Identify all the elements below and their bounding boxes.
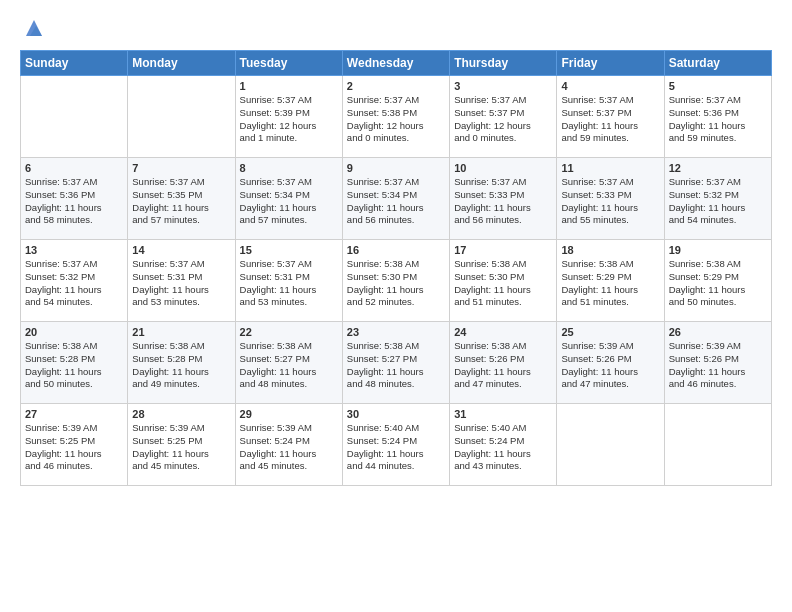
calendar-cell: 4Sunrise: 5:37 AM Sunset: 5:37 PM Daylig… [557, 76, 664, 158]
weekday-header-row: SundayMondayTuesdayWednesdayThursdayFrid… [21, 51, 772, 76]
calendar-cell: 23Sunrise: 5:38 AM Sunset: 5:27 PM Dayli… [342, 322, 449, 404]
week-row-5: 27Sunrise: 5:39 AM Sunset: 5:25 PM Dayli… [21, 404, 772, 486]
day-info: Sunrise: 5:37 AM Sunset: 5:32 PM Dayligh… [25, 258, 123, 309]
day-number: 20 [25, 326, 123, 338]
calendar-cell: 31Sunrise: 5:40 AM Sunset: 5:24 PM Dayli… [450, 404, 557, 486]
day-number: 25 [561, 326, 659, 338]
day-number: 30 [347, 408, 445, 420]
week-row-3: 13Sunrise: 5:37 AM Sunset: 5:32 PM Dayli… [21, 240, 772, 322]
calendar-cell: 28Sunrise: 5:39 AM Sunset: 5:25 PM Dayli… [128, 404, 235, 486]
day-info: Sunrise: 5:37 AM Sunset: 5:38 PM Dayligh… [347, 94, 445, 145]
day-number: 28 [132, 408, 230, 420]
weekday-header-saturday: Saturday [664, 51, 771, 76]
calendar-cell: 2Sunrise: 5:37 AM Sunset: 5:38 PM Daylig… [342, 76, 449, 158]
calendar-cell: 12Sunrise: 5:37 AM Sunset: 5:32 PM Dayli… [664, 158, 771, 240]
calendar-cell: 22Sunrise: 5:38 AM Sunset: 5:27 PM Dayli… [235, 322, 342, 404]
header [20, 16, 772, 40]
logo-icon [22, 16, 46, 40]
day-info: Sunrise: 5:38 AM Sunset: 5:29 PM Dayligh… [561, 258, 659, 309]
calendar-cell: 18Sunrise: 5:38 AM Sunset: 5:29 PM Dayli… [557, 240, 664, 322]
day-number: 17 [454, 244, 552, 256]
calendar-cell: 30Sunrise: 5:40 AM Sunset: 5:24 PM Dayli… [342, 404, 449, 486]
day-info: Sunrise: 5:37 AM Sunset: 5:34 PM Dayligh… [347, 176, 445, 227]
calendar-cell: 7Sunrise: 5:37 AM Sunset: 5:35 PM Daylig… [128, 158, 235, 240]
day-info: Sunrise: 5:37 AM Sunset: 5:33 PM Dayligh… [454, 176, 552, 227]
day-number: 1 [240, 80, 338, 92]
calendar-cell: 17Sunrise: 5:38 AM Sunset: 5:30 PM Dayli… [450, 240, 557, 322]
day-info: Sunrise: 5:38 AM Sunset: 5:27 PM Dayligh… [347, 340, 445, 391]
calendar-cell [664, 404, 771, 486]
calendar-cell: 5Sunrise: 5:37 AM Sunset: 5:36 PM Daylig… [664, 76, 771, 158]
calendar-cell: 11Sunrise: 5:37 AM Sunset: 5:33 PM Dayli… [557, 158, 664, 240]
day-info: Sunrise: 5:40 AM Sunset: 5:24 PM Dayligh… [454, 422, 552, 473]
calendar-cell [21, 76, 128, 158]
day-info: Sunrise: 5:38 AM Sunset: 5:27 PM Dayligh… [240, 340, 338, 391]
day-info: Sunrise: 5:37 AM Sunset: 5:34 PM Dayligh… [240, 176, 338, 227]
calendar-cell [557, 404, 664, 486]
day-number: 24 [454, 326, 552, 338]
day-info: Sunrise: 5:38 AM Sunset: 5:30 PM Dayligh… [347, 258, 445, 309]
calendar-cell: 16Sunrise: 5:38 AM Sunset: 5:30 PM Dayli… [342, 240, 449, 322]
calendar-cell: 14Sunrise: 5:37 AM Sunset: 5:31 PM Dayli… [128, 240, 235, 322]
day-info: Sunrise: 5:37 AM Sunset: 5:33 PM Dayligh… [561, 176, 659, 227]
day-info: Sunrise: 5:39 AM Sunset: 5:26 PM Dayligh… [669, 340, 767, 391]
day-number: 16 [347, 244, 445, 256]
weekday-header-monday: Monday [128, 51, 235, 76]
calendar-cell: 8Sunrise: 5:37 AM Sunset: 5:34 PM Daylig… [235, 158, 342, 240]
day-info: Sunrise: 5:37 AM Sunset: 5:36 PM Dayligh… [25, 176, 123, 227]
day-number: 7 [132, 162, 230, 174]
day-info: Sunrise: 5:37 AM Sunset: 5:35 PM Dayligh… [132, 176, 230, 227]
weekday-header-thursday: Thursday [450, 51, 557, 76]
calendar-cell [128, 76, 235, 158]
day-info: Sunrise: 5:37 AM Sunset: 5:31 PM Dayligh… [240, 258, 338, 309]
calendar-cell: 21Sunrise: 5:38 AM Sunset: 5:28 PM Dayli… [128, 322, 235, 404]
day-number: 14 [132, 244, 230, 256]
calendar-cell: 25Sunrise: 5:39 AM Sunset: 5:26 PM Dayli… [557, 322, 664, 404]
day-info: Sunrise: 5:38 AM Sunset: 5:28 PM Dayligh… [25, 340, 123, 391]
day-number: 21 [132, 326, 230, 338]
day-info: Sunrise: 5:39 AM Sunset: 5:25 PM Dayligh… [132, 422, 230, 473]
day-info: Sunrise: 5:38 AM Sunset: 5:28 PM Dayligh… [132, 340, 230, 391]
day-number: 5 [669, 80, 767, 92]
day-number: 26 [669, 326, 767, 338]
day-info: Sunrise: 5:38 AM Sunset: 5:30 PM Dayligh… [454, 258, 552, 309]
day-number: 19 [669, 244, 767, 256]
day-number: 13 [25, 244, 123, 256]
day-number: 18 [561, 244, 659, 256]
day-info: Sunrise: 5:37 AM Sunset: 5:36 PM Dayligh… [669, 94, 767, 145]
day-number: 6 [25, 162, 123, 174]
day-number: 2 [347, 80, 445, 92]
day-number: 3 [454, 80, 552, 92]
week-row-1: 1Sunrise: 5:37 AM Sunset: 5:39 PM Daylig… [21, 76, 772, 158]
day-number: 12 [669, 162, 767, 174]
calendar-cell: 24Sunrise: 5:38 AM Sunset: 5:26 PM Dayli… [450, 322, 557, 404]
calendar-cell: 3Sunrise: 5:37 AM Sunset: 5:37 PM Daylig… [450, 76, 557, 158]
day-info: Sunrise: 5:39 AM Sunset: 5:26 PM Dayligh… [561, 340, 659, 391]
calendar-cell: 27Sunrise: 5:39 AM Sunset: 5:25 PM Dayli… [21, 404, 128, 486]
day-number: 10 [454, 162, 552, 174]
day-info: Sunrise: 5:37 AM Sunset: 5:39 PM Dayligh… [240, 94, 338, 145]
day-number: 27 [25, 408, 123, 420]
day-number: 9 [347, 162, 445, 174]
calendar-cell: 10Sunrise: 5:37 AM Sunset: 5:33 PM Dayli… [450, 158, 557, 240]
day-info: Sunrise: 5:37 AM Sunset: 5:37 PM Dayligh… [454, 94, 552, 145]
calendar-cell: 20Sunrise: 5:38 AM Sunset: 5:28 PM Dayli… [21, 322, 128, 404]
logo [20, 16, 46, 40]
calendar-cell: 9Sunrise: 5:37 AM Sunset: 5:34 PM Daylig… [342, 158, 449, 240]
day-number: 15 [240, 244, 338, 256]
weekday-header-wednesday: Wednesday [342, 51, 449, 76]
calendar-cell: 15Sunrise: 5:37 AM Sunset: 5:31 PM Dayli… [235, 240, 342, 322]
calendar-cell: 6Sunrise: 5:37 AM Sunset: 5:36 PM Daylig… [21, 158, 128, 240]
calendar-cell: 13Sunrise: 5:37 AM Sunset: 5:32 PM Dayli… [21, 240, 128, 322]
day-number: 11 [561, 162, 659, 174]
day-number: 22 [240, 326, 338, 338]
calendar-table: SundayMondayTuesdayWednesdayThursdayFrid… [20, 50, 772, 486]
week-row-2: 6Sunrise: 5:37 AM Sunset: 5:36 PM Daylig… [21, 158, 772, 240]
calendar-page: SundayMondayTuesdayWednesdayThursdayFrid… [0, 0, 792, 612]
day-number: 8 [240, 162, 338, 174]
calendar-cell: 1Sunrise: 5:37 AM Sunset: 5:39 PM Daylig… [235, 76, 342, 158]
day-info: Sunrise: 5:37 AM Sunset: 5:37 PM Dayligh… [561, 94, 659, 145]
day-info: Sunrise: 5:37 AM Sunset: 5:32 PM Dayligh… [669, 176, 767, 227]
day-number: 29 [240, 408, 338, 420]
weekday-header-friday: Friday [557, 51, 664, 76]
